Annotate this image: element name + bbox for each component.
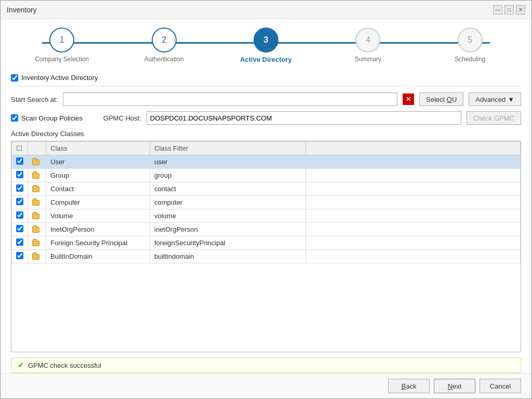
step-1[interactable]: 1 Company Selection	[11, 28, 113, 63]
minimize-button[interactable]: —	[493, 5, 502, 15]
col-header-extra	[306, 142, 521, 155]
folder-icon	[32, 254, 39, 260]
col-header-check: ☐	[12, 142, 28, 155]
window-controls: — □ ✕	[493, 5, 525, 15]
row-filter-cell: builtindomain	[150, 250, 306, 263]
step-2[interactable]: 2 Authentication	[113, 28, 215, 63]
main-window: Inventory — □ ✕ 1 Company Selection 2 Au…	[0, 0, 532, 399]
row-icon-cell	[28, 223, 46, 236]
row-class-cell: Computer	[46, 196, 150, 209]
row-checkbox[interactable]	[16, 211, 23, 219]
step-2-circle: 2	[152, 28, 177, 52]
row-extra-cell	[306, 196, 521, 209]
step-4[interactable]: 4 Summary	[317, 28, 419, 63]
row-icon-cell	[28, 196, 46, 209]
ad-classes-table-wrapper[interactable]: ☐ Class Class Filter User user	[11, 141, 521, 352]
row-filter-cell: volume	[150, 209, 306, 223]
select-ou-label: Select OU	[426, 96, 457, 103]
check-gpmc-label: Check GPMC	[473, 114, 514, 122]
step-5[interactable]: 5 Scheduling	[419, 28, 521, 63]
scan-group-row: Scan Group Policies GPMC Host: Check GPM…	[11, 111, 521, 125]
row-filter-cell: foreignSecurityPrincipal	[150, 236, 306, 250]
row-check-cell	[12, 209, 28, 223]
folder-icon	[32, 200, 39, 206]
advanced-label: Advanced	[475, 96, 506, 103]
row-checkbox[interactable]	[16, 252, 23, 259]
table-row[interactable]: Contact contact	[12, 182, 521, 196]
row-icon-cell	[28, 169, 46, 182]
folder-icon	[32, 159, 39, 165]
window-title: Inventory	[7, 6, 37, 14]
row-check-cell	[12, 196, 28, 209]
cancel-button[interactable]: Cancel	[480, 379, 521, 393]
step-1-label: Company Selection	[35, 56, 89, 63]
row-checkbox[interactable]	[16, 238, 23, 246]
row-class-cell: Volume	[46, 209, 150, 223]
step-4-circle: 4	[355, 28, 380, 52]
row-checkbox[interactable]	[16, 225, 23, 232]
section-header: Inventory Active Directory	[11, 74, 521, 86]
check-gpmc-button[interactable]: Check GPMC	[467, 111, 521, 125]
close-button[interactable]: ✕	[516, 5, 525, 15]
row-extra-cell	[306, 250, 521, 263]
row-filter-cell: computer	[150, 196, 306, 209]
status-area: ✓ GPMC check successful	[1, 357, 531, 373]
table-row[interactable]: User user	[12, 155, 521, 169]
folder-icon	[32, 227, 39, 233]
advanced-arrow-icon: ▼	[508, 96, 514, 103]
step-5-circle: 5	[458, 28, 483, 52]
table-row[interactable]: BuiltInDomain builtindomain	[12, 250, 521, 263]
step-2-label: Authentication	[144, 56, 184, 63]
row-checkbox[interactable]	[16, 184, 23, 192]
inventory-ad-checkbox[interactable]	[11, 74, 18, 82]
folder-icon	[32, 173, 39, 179]
advanced-button[interactable]: Advanced ▼	[469, 92, 521, 106]
row-class-cell: BuiltInDomain	[46, 250, 150, 263]
table-row[interactable]: Volume volume	[12, 209, 521, 223]
next-button[interactable]: Next	[434, 379, 475, 393]
scan-group-label[interactable]: Scan Group Policies	[11, 114, 83, 122]
folder-icon	[32, 214, 39, 219]
row-check-cell	[12, 155, 28, 169]
row-class-cell: Contact	[46, 182, 150, 196]
row-filter-cell: contact	[150, 182, 306, 196]
table-row[interactable]: Foreign Security Principal foreignSecuri…	[12, 236, 521, 250]
scan-group-checkbox[interactable]	[11, 114, 18, 122]
clear-search-button[interactable]: ✕	[403, 94, 414, 105]
row-check-cell	[12, 169, 28, 182]
folder-icon	[32, 241, 39, 246]
row-icon-cell	[28, 250, 46, 263]
status-icon: ✓	[18, 361, 24, 369]
row-check-cell	[12, 236, 28, 250]
wizard-steps: 1 Company Selection 2 Authentication 3 A…	[11, 28, 521, 63]
title-bar: Inventory — □ ✕	[1, 1, 531, 19]
inventory-ad-label[interactable]: Inventory Active Directory	[11, 74, 98, 82]
back-button[interactable]: Back	[388, 379, 430, 393]
search-input[interactable]	[63, 92, 397, 106]
maximize-button[interactable]: □	[504, 5, 514, 15]
footer: Back Next Cancel	[1, 373, 531, 398]
row-checkbox[interactable]	[16, 198, 23, 205]
row-class-cell: User	[46, 155, 150, 169]
search-row: Start Search at: ✕ Select OU Advanced ▼	[11, 92, 521, 106]
table-row[interactable]: InetOrgPerson inetOrgPerson	[12, 223, 521, 236]
search-label: Start Search at:	[11, 96, 58, 103]
row-extra-cell	[306, 169, 521, 182]
table-row[interactable]: Group group	[12, 169, 521, 182]
select-ou-button[interactable]: Select OU	[419, 92, 463, 106]
table-row[interactable]: Computer computer	[12, 196, 521, 209]
next-label: Next	[448, 382, 462, 390]
folder-icon	[32, 187, 39, 192]
row-filter-cell: group	[150, 169, 306, 182]
row-extra-cell	[306, 182, 521, 196]
col-header-class: Class	[46, 142, 150, 155]
row-checkbox[interactable]	[16, 157, 23, 165]
step-3[interactable]: 3 Active Directory	[215, 28, 317, 63]
row-extra-cell	[306, 236, 521, 250]
row-filter-cell: user	[150, 155, 306, 169]
row-class-cell: Group	[46, 169, 150, 182]
row-checkbox[interactable]	[16, 171, 23, 178]
row-icon-cell	[28, 236, 46, 250]
cancel-label: Cancel	[490, 382, 511, 390]
gpmc-input[interactable]	[147, 111, 461, 125]
